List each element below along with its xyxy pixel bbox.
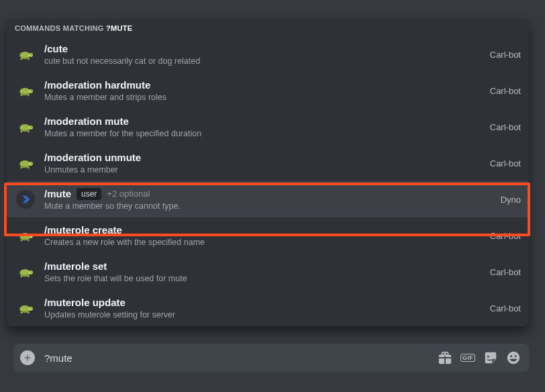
svg-point-14 — [29, 126, 33, 130]
command-optional-text: +2 optional — [107, 189, 150, 199]
sticker-button[interactable] — [483, 350, 498, 365]
command-body: /cute cute but not necessarily cat or do… — [44, 43, 483, 66]
turtle-icon — [17, 156, 34, 170]
command-body: /moderation hardmute Mutes a member and … — [44, 79, 483, 102]
popup-header: COMMANDS MATCHING ?mute — [7, 19, 529, 36]
emoji-icon — [506, 350, 521, 365]
turtle-icon — [17, 229, 34, 242]
command-row-7[interactable]: /muterole update Updates muterole settin… — [7, 290, 529, 326]
bot-icon — [16, 45, 35, 64]
svg-rect-41 — [28, 312, 29, 313]
command-description: Mutes a member for the specified duratio… — [44, 129, 483, 138]
command-source: Carl-bot — [490, 86, 521, 96]
plus-icon — [23, 354, 32, 362]
svg-rect-34 — [21, 276, 22, 277]
command-body: /muterole create Creates a new role with… — [44, 224, 483, 247]
message-input-bar: ?mute GIF — [13, 344, 529, 372]
svg-point-33 — [31, 272, 32, 273]
command-description: Creates a new role with the specified na… — [44, 238, 483, 247]
command-description: Sets the role that will be used for mute — [44, 274, 483, 283]
svg-point-8 — [29, 89, 33, 93]
sticker-icon — [483, 350, 498, 365]
gif-button[interactable]: GIF — [460, 350, 475, 365]
command-source: Carl-bot — [490, 231, 521, 241]
turtle-icon — [17, 265, 34, 279]
command-source: Carl-bot — [490, 122, 521, 132]
svg-rect-5 — [28, 58, 29, 60]
dyno-icon — [19, 193, 32, 205]
command-description: Mute a member so they cannot type. — [44, 201, 494, 211]
command-param-badge: user — [77, 188, 101, 200]
svg-rect-22 — [21, 167, 22, 168]
command-source: Dyno — [501, 195, 521, 205]
command-source: Carl-bot — [490, 267, 521, 277]
command-body: /muterole update Updates muterole settin… — [44, 297, 483, 320]
command-name: /muterole update — [44, 297, 126, 309]
command-row-1[interactable]: /moderation hardmute Mutes a member and … — [7, 72, 529, 109]
svg-point-39 — [31, 308, 32, 309]
message-input[interactable]: ?mute — [44, 352, 438, 364]
turtle-icon — [17, 301, 34, 315]
svg-point-27 — [31, 236, 32, 236]
svg-point-32 — [29, 271, 33, 275]
command-name: /moderation unmute — [44, 152, 141, 164]
bot-icon — [16, 117, 35, 136]
command-source: Carl-bot — [490, 50, 521, 60]
command-name: /muterole set — [44, 260, 107, 273]
bot-icon — [16, 190, 35, 209]
gift-button[interactable] — [438, 350, 452, 365]
command-description: Unmutes a member — [44, 165, 483, 175]
svg-rect-11 — [28, 95, 29, 96]
svg-point-20 — [29, 162, 33, 166]
gif-icon: GIF — [460, 354, 476, 362]
command-name: /moderation mute — [44, 115, 129, 128]
turtle-icon — [17, 120, 34, 134]
command-row-2[interactable]: /moderation mute Mutes a member for the … — [7, 109, 529, 145]
emoji-button[interactable] — [506, 350, 521, 365]
popup-header-prefix: COMMANDS MATCHING — [15, 24, 106, 32]
svg-rect-29 — [28, 240, 29, 241]
command-name: /moderation hardmute — [44, 79, 150, 91]
gift-icon — [438, 350, 452, 365]
bot-icon — [16, 262, 35, 281]
turtle-icon — [17, 48, 34, 61]
attach-button[interactable] — [20, 350, 35, 365]
bot-icon — [16, 226, 35, 245]
popup-header-query: ?mute — [106, 24, 132, 32]
svg-point-38 — [29, 307, 33, 311]
command-row-4[interactable]: /mute user +2 optional Mute a member so … — [7, 181, 529, 217]
command-name: /muterole create — [44, 224, 122, 236]
svg-point-21 — [31, 162, 32, 163]
command-row-3[interactable]: /moderation unmute Unmutes a member Carl… — [7, 145, 529, 181]
command-description: cute but not necessarily cat or dog rela… — [44, 56, 483, 66]
input-actions: GIF — [438, 350, 521, 365]
command-autocomplete-popup: COMMANDS MATCHING ?mute /cute cute but n… — [7, 19, 529, 326]
command-name: /cute — [44, 43, 68, 55]
command-body: /moderation unmute Unmutes a member — [44, 152, 483, 175]
command-body: /moderation mute Mutes a member for the … — [44, 115, 483, 138]
command-source: Carl-bot — [490, 158, 521, 168]
command-row-6[interactable]: /muterole set Sets the role that will be… — [7, 254, 529, 290]
command-description: Updates muterole setting for server — [44, 310, 483, 320]
command-row-0[interactable]: /cute cute but not necessarily cat or do… — [7, 36, 529, 72]
svg-point-26 — [29, 234, 33, 238]
svg-rect-16 — [21, 131, 22, 132]
svg-rect-28 — [21, 240, 22, 241]
svg-rect-40 — [21, 312, 22, 313]
svg-point-2 — [29, 53, 33, 57]
bot-icon — [16, 299, 35, 317]
command-body: /mute user +2 optional Mute a member so … — [44, 188, 494, 211]
command-source: Carl-bot — [490, 303, 521, 313]
svg-point-15 — [31, 126, 32, 127]
svg-rect-23 — [28, 167, 29, 168]
command-description: Mutes a member and strips roles — [44, 93, 483, 102]
svg-point-3 — [31, 54, 32, 54]
svg-rect-17 — [28, 131, 29, 132]
bot-icon — [16, 81, 35, 100]
svg-rect-35 — [28, 276, 29, 277]
command-row-5[interactable]: /muterole create Creates a new role with… — [7, 217, 529, 254]
command-name: /mute — [44, 188, 71, 200]
turtle-icon — [17, 84, 34, 97]
svg-rect-10 — [21, 95, 22, 96]
command-list: /cute cute but not necessarily cat or do… — [7, 36, 529, 326]
